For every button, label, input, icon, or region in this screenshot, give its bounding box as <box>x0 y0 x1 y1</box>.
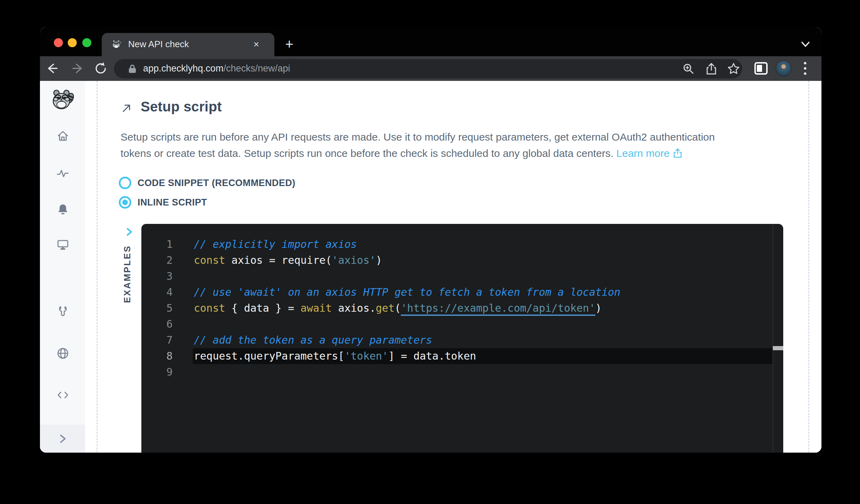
side-panel-icon[interactable] <box>754 62 768 75</box>
tab-close-icon[interactable]: × <box>250 39 262 50</box>
lock-icon <box>128 64 137 74</box>
wrench-icon[interactable] <box>57 305 69 318</box>
radio-label: CODE SNIPPET (RECOMMENDED) <box>138 178 295 188</box>
page-content: Setup script Setup scripts are run befor… <box>40 81 821 453</box>
right-dashed-divider <box>808 81 809 453</box>
line-code[interactable]: const axios = require('axios') <box>193 252 772 268</box>
line-number: 5 <box>141 300 173 316</box>
line-code[interactable] <box>193 268 772 284</box>
forward-icon[interactable] <box>69 61 85 76</box>
section-anchor-arrow-icon[interactable] <box>121 103 132 114</box>
browser-tab[interactable]: New API check × <box>102 33 274 56</box>
line-number: 6 <box>141 316 173 332</box>
line-code[interactable]: // use 'await' on an axios HTTP get to f… <box>193 284 772 300</box>
minimize-window-button[interactable] <box>68 38 77 47</box>
code-lines: 1// explicitly import axios2const axios … <box>141 236 783 380</box>
code-editor[interactable]: 1// explicitly import axios2const axios … <box>141 224 783 453</box>
close-window-button[interactable] <box>54 38 63 47</box>
fullscreen-window-button[interactable] <box>82 38 91 47</box>
reload-icon[interactable] <box>93 61 108 76</box>
code-line[interactable]: 6 <box>141 316 783 332</box>
examples-chevron-icon[interactable] <box>125 227 134 236</box>
editor-scrollbar-track <box>772 224 773 453</box>
app-sidebar <box>40 81 85 453</box>
browser-menu-icon[interactable] <box>803 61 808 76</box>
browser-toolbar: app.checklyhq.com/checks/new/api <box>40 56 821 81</box>
checkly-logo[interactable] <box>49 88 76 111</box>
url-path: /checks/new/api <box>223 63 290 74</box>
tab-title: New API check <box>128 33 189 56</box>
globe-icon[interactable] <box>57 347 69 360</box>
page-title: Setup script <box>141 99 222 115</box>
share-icon[interactable] <box>705 62 718 75</box>
setup-script-section: Setup script Setup scripts are run befor… <box>85 81 821 453</box>
address-bar[interactable]: app.checklyhq.com/checks/new/api <box>114 59 742 78</box>
learn-more-link[interactable]: Learn more <box>617 148 682 159</box>
description-line-2: tokens or create test data. Setup script… <box>121 145 715 161</box>
line-code[interactable] <box>193 364 772 380</box>
radio-option-code-snippet[interactable]: CODE SNIPPET (RECOMMENDED) <box>119 177 295 189</box>
code-line[interactable]: 4// use 'await' on an axios HTTP get to … <box>141 284 783 300</box>
new-tab-button[interactable]: + <box>282 37 296 51</box>
code-line[interactable]: 9 <box>141 364 783 380</box>
line-number: 7 <box>141 332 173 348</box>
checkly-favicon <box>111 39 122 49</box>
code-line[interactable]: 3 <box>141 268 783 284</box>
browser-window: New API check × + <box>40 27 821 453</box>
line-number: 1 <box>141 236 173 252</box>
line-number: 8 <box>141 348 173 364</box>
line-code[interactable]: // explicitly import axios <box>193 236 772 252</box>
line-code[interactable]: // add the token as a query parameters <box>193 332 772 348</box>
bookmark-star-icon[interactable] <box>727 62 740 75</box>
url-host: app.checklyhq.com <box>143 63 223 74</box>
sidebar-expand-section[interactable] <box>40 425 85 453</box>
code-line[interactable]: 1// explicitly import axios <box>141 236 783 252</box>
description-line-1: Setup scripts are run before any API req… <box>121 129 715 145</box>
zoom-icon[interactable] <box>682 62 695 75</box>
line-code[interactable]: const { data } = await axios.get('https:… <box>193 300 772 316</box>
section-description: Setup scripts are run before any API req… <box>121 129 715 161</box>
code-line[interactable]: 7// add the token as a query parameters <box>141 332 783 348</box>
line-number: 4 <box>141 284 173 300</box>
radio-unchecked[interactable] <box>119 177 131 189</box>
examples-tab[interactable]: EXAMPLES <box>122 244 133 303</box>
tab-bar: New API check × + <box>40 27 821 56</box>
code-line[interactable]: 2const axios = require('axios') <box>141 252 783 268</box>
back-icon[interactable] <box>45 61 60 76</box>
line-number: 3 <box>141 268 173 284</box>
radio-checked[interactable] <box>119 196 131 209</box>
code-line[interactable]: 5const { data } = await axios.get('https… <box>141 300 783 316</box>
expand-sidebar-chevron-icon[interactable] <box>57 433 68 445</box>
home-icon[interactable] <box>57 130 69 142</box>
line-code[interactable]: request.queryParameters['token'] = data.… <box>193 348 772 364</box>
radio-label: INLINE SCRIPT <box>138 197 207 208</box>
activity-icon[interactable] <box>57 168 69 180</box>
desktop-background: New API check × + <box>0 0 860 504</box>
line-code[interactable] <box>193 316 772 332</box>
line-number: 2 <box>141 252 173 268</box>
left-dashed-divider <box>97 81 98 453</box>
line-number: 9 <box>141 364 173 380</box>
url-text: app.checklyhq.com/checks/new/api <box>143 59 290 78</box>
monitor-icon[interactable] <box>57 238 69 251</box>
profile-avatar[interactable] <box>776 60 792 76</box>
tab-overflow-chevron-icon[interactable] <box>799 40 812 49</box>
bell-icon[interactable] <box>57 203 69 216</box>
code-icon[interactable] <box>57 389 69 401</box>
radio-option-inline-script[interactable]: INLINE SCRIPT <box>119 196 207 209</box>
editor-scrollbar-thumb[interactable] <box>773 346 783 350</box>
external-link-icon <box>673 148 682 158</box>
code-line[interactable]: 8request.queryParameters['token'] = data… <box>141 348 783 364</box>
